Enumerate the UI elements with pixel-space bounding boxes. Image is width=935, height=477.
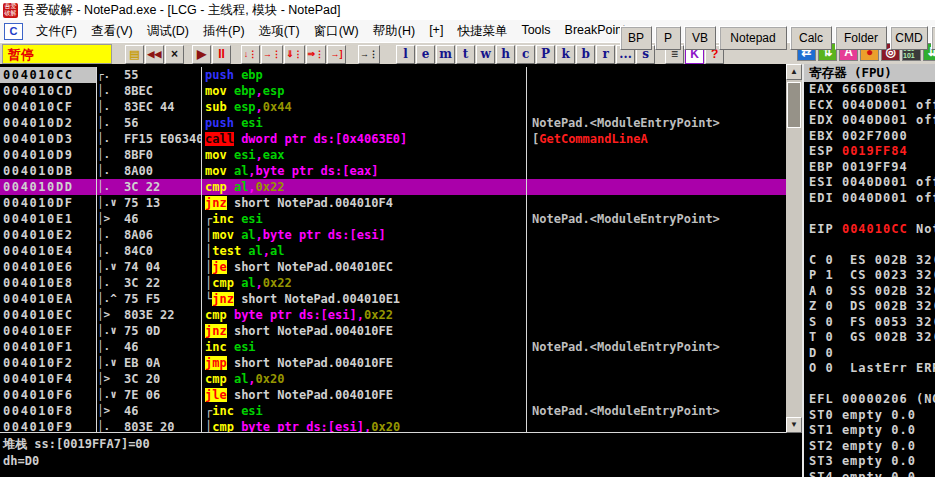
execute-till-return-button[interactable]: →] — [327, 45, 346, 64]
disasm-row-004010E1[interactable]: 004010E1│>46┌inc esiNotePad.<ModuleEntry… — [0, 211, 786, 227]
reg-blank-1[interactable] — [804, 206, 935, 222]
patches-window-button[interactable]: P — [536, 45, 555, 64]
quick-notepad-button[interactable]: Notepad — [719, 26, 787, 50]
scroll-down-button[interactable]: ▼ — [786, 417, 802, 433]
disasm-row-004010CC[interactable]: 004010CC┌.55push ebp — [0, 67, 786, 83]
disasm-row-004010CF[interactable]: 004010CF│.83EC 44sub esp,0x44 — [0, 99, 786, 115]
reg-edi[interactable]: EDI 0040D001 off — [804, 191, 935, 207]
disasm-row-004010F6[interactable]: 004010F6│.∨7E 06jle short NotePad.004010… — [0, 387, 786, 403]
call-stack-window-button[interactable]: k — [556, 45, 575, 64]
disasm-row-004010F8[interactable]: 004010F8│>46┌inc esiNotePad.<ModuleEntry… — [0, 403, 786, 419]
address-cell: 004010E6 — [0, 259, 97, 275]
disasm-row-004010E4[interactable]: 004010E4│.84C0│test al,al — [0, 243, 786, 259]
scrollbar-thumb[interactable] — [787, 82, 801, 128]
flag-z-seg-ds[interactable]: Z 0 DS 002B 32( — [804, 299, 935, 315]
disasm-row-004010D3[interactable]: 004010D3│.FF15 E0634000call dword ptr ds… — [0, 131, 786, 147]
reg-st2[interactable]: ST2 empty 0.0 — [804, 439, 935, 455]
menu-tools[interactable]: Tools — [514, 23, 557, 40]
reg-eip[interactable]: EIP 004010CC Not — [804, 222, 935, 238]
restart-button[interactable]: ◀◀ — [145, 45, 164, 64]
disassembly-scrollbar[interactable]: ▲ ▼ — [786, 64, 802, 433]
app-logo-icon: 吾爱破解 — [3, 3, 18, 18]
executables-window-button[interactable]: e — [416, 45, 435, 64]
quick-bp-button[interactable]: BP — [620, 26, 652, 50]
reg-esp[interactable]: ESP 0019FF84 — [804, 144, 935, 160]
disasm-row-004010D9[interactable]: 004010D9│.8BF0mov esi,eax — [0, 147, 786, 163]
disasm-row-004010F9[interactable]: 004010F9│.803E 20│cmp byte ptr ds:[esi],… — [0, 419, 786, 433]
token: jnz — [205, 196, 227, 210]
memory-window-button[interactable]: m — [436, 45, 455, 64]
menu-window[interactable]: 窗口(W) — [307, 23, 366, 40]
cpu-window-icon[interactable]: C — [4, 23, 23, 40]
quick-p-button[interactable]: P — [655, 26, 681, 50]
menu-options[interactable]: 选项(T) — [252, 23, 307, 40]
reg-st3[interactable]: ST3 empty 0.0 — [804, 454, 935, 470]
disasm-row-004010EA[interactable]: 004010EA│.^75 F5└jnz short NotePad.00401… — [0, 291, 786, 307]
disasm-row-004010E2[interactable]: 004010E2│.8A06│mov al,byte ptr ds:[esi] — [0, 227, 786, 243]
step-over-button[interactable]: →⋮ — [261, 45, 283, 64]
quick-calc-button[interactable]: Calc — [790, 26, 832, 50]
reg-ecx[interactable]: ECX 0040D001 off — [804, 98, 935, 114]
quick-cmd-button[interactable]: CMD — [890, 26, 928, 50]
menu-plugins[interactable]: 插件(P) — [196, 23, 252, 40]
animate-over-button[interactable]: ⇒⋮ — [306, 45, 327, 64]
menu-quick[interactable]: 快捷菜单 — [450, 23, 514, 40]
quick-e-button[interactable]: E — [931, 26, 935, 50]
run-button[interactable]: ▶ — [192, 45, 211, 64]
reg-esi[interactable]: ESI 0040D001 off — [804, 175, 935, 191]
disasm-row-004010D2[interactable]: 004010D2│.56push esiNotePad.<ModuleEntry… — [0, 115, 786, 131]
disasm-row-004010DB[interactable]: 004010DB│.8A00mov al,byte ptr ds:[eax] — [0, 163, 786, 179]
menu-file[interactable]: 文件(F) — [29, 23, 84, 40]
flag-d[interactable]: D 0 — [804, 346, 935, 362]
reg-st1[interactable]: ST1 empty 0.0 — [804, 423, 935, 439]
menu-debug[interactable]: 调试(D) — [140, 23, 196, 40]
disassembly-pane[interactable]: 004010CC┌.55push ebp004010CD│.8BECmov eb… — [0, 64, 786, 433]
animate-into-button[interactable]: ⇓⋮ — [284, 45, 305, 64]
reg-edx[interactable]: EDX 0040D001 off — [804, 113, 935, 129]
comment-cell: NotePad.<ModuleEntryPoint> — [526, 211, 786, 227]
step-into-button[interactable]: ↓⋮ — [241, 45, 260, 64]
close-button[interactable]: × — [165, 45, 184, 64]
quick-vb-button[interactable]: VB — [684, 26, 716, 50]
reg-ebx[interactable]: EBX 002F7000 — [804, 129, 935, 145]
flag-t-seg-gs[interactable]: T 0 GS 002B 32( — [804, 330, 935, 346]
open-file-button[interactable]: ▤ — [125, 45, 144, 64]
breakpoints-window-button[interactable]: b — [576, 45, 595, 64]
disasm-row-004010EC[interactable]: 004010EC│>803E 22cmp byte ptr ds:[esi],0… — [0, 307, 786, 323]
disasm-row-004010F2[interactable]: 004010F2│.∨EB 0Ajmp short NotePad.004010… — [0, 355, 786, 371]
flag-s-seg-fs[interactable]: S 0 FS 0053 32( — [804, 315, 935, 331]
reg-blank-3[interactable] — [804, 377, 935, 393]
scroll-up-button[interactable]: ▲ — [786, 64, 802, 80]
references-window-button[interactable]: r — [596, 45, 615, 64]
disasm-row-004010E8[interactable]: 004010E8│.3C 22│cmp al,0x22 — [0, 275, 786, 291]
cpu-window-button[interactable]: c — [516, 45, 535, 64]
instruction-cell: push esi — [201, 115, 526, 131]
reg-ebp[interactable]: EBP 0019FF94 — [804, 160, 935, 176]
disasm-row-004010EF[interactable]: 004010EF│.∨75 0Djnz short NotePad.004010… — [0, 323, 786, 339]
reg-st0[interactable]: ST0 empty 0.0 — [804, 408, 935, 424]
handles-window-button[interactable]: h — [496, 45, 515, 64]
threads-window-button[interactable]: t — [456, 45, 475, 64]
flag-p-seg-cs[interactable]: P 1 CS 0023 32( — [804, 268, 935, 284]
menu-plus[interactable]: [+] — [422, 23, 450, 40]
menu-view[interactable]: 查看(V) — [84, 23, 140, 40]
disasm-row-004010F4[interactable]: 004010F4│>3C 20cmp al,0x20 — [0, 371, 786, 387]
reg-blank-2[interactable] — [804, 237, 935, 253]
menu-help[interactable]: 帮助(H) — [366, 23, 422, 40]
disasm-row-004010DD[interactable]: 004010DD│.3C 22cmp al,0x22 — [0, 179, 786, 195]
log-window-button[interactable]: l — [396, 45, 415, 64]
goto-button[interactable]: →⋮ — [358, 45, 380, 64]
reg-eax[interactable]: EAX 666D08E1 — [804, 82, 935, 98]
reg-efl[interactable]: EFL 00000206 (NO — [804, 392, 935, 408]
disasm-row-004010F1[interactable]: 004010F1│.46inc esiNotePad.<ModuleEntryP… — [0, 339, 786, 355]
disasm-row-004010CD[interactable]: 004010CD│.8BECmov ebp,esp — [0, 83, 786, 99]
pause-button[interactable]: II — [212, 45, 231, 64]
disasm-row-004010E6[interactable]: 004010E6│.∨74 04│je short NotePad.004010… — [0, 259, 786, 275]
reg-st4[interactable]: ST4 empty 0.0 — [804, 470, 935, 477]
disasm-row-004010DF[interactable]: 004010DF│.∨75 13jnz short NotePad.004010… — [0, 195, 786, 211]
windows-window-button[interactable]: w — [476, 45, 495, 64]
flag-o-lasterr[interactable]: O 0 LastErr ERR — [804, 361, 935, 377]
flag-c-seg-es[interactable]: C 0 ES 002B 32( — [804, 253, 935, 269]
quick-folder-button[interactable]: Folder — [835, 26, 887, 50]
flag-a-seg-ss[interactable]: A 0 SS 002B 32( — [804, 284, 935, 300]
